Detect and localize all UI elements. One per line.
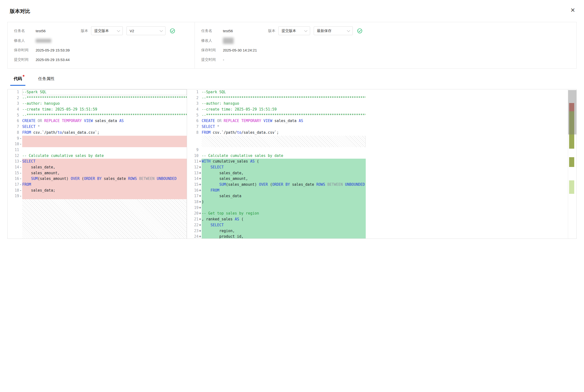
version-select[interactable]: 最新保存 xyxy=(314,26,353,35)
info-row: 提交时间 2025-05-29 15:53:44 xyxy=(14,56,188,64)
line-number: 14+ xyxy=(187,176,202,182)
code-line: 5--*************************************… xyxy=(187,112,366,118)
line-number: 18- xyxy=(8,188,22,194)
code-line: 24+ product_id, xyxy=(187,234,366,238)
version-value: 最新保存 xyxy=(317,28,332,33)
line-number: 8 xyxy=(8,130,22,136)
tab-task-properties-label: 任务属性 xyxy=(38,76,55,81)
line-number: 1 xyxy=(8,89,22,95)
line-number: 10- xyxy=(8,141,22,147)
modifier-value-redacted xyxy=(223,38,234,44)
line-number: 21+ xyxy=(187,216,202,222)
line-number: 9- xyxy=(8,136,22,142)
submit-time-label: 提交时间 xyxy=(201,57,223,62)
info-row: 提交时间 - xyxy=(201,56,570,64)
save-time-label: 保存时间 xyxy=(201,48,223,52)
diff-hatch-area xyxy=(202,136,366,147)
code-line: 8FROM csv.`/path/to/sales_data.csv`; xyxy=(8,130,187,136)
version-type-value: 提交版本 xyxy=(282,28,296,33)
close-button[interactable]: ✕ xyxy=(570,7,575,13)
line-number: 1 xyxy=(187,89,202,95)
code-line: 16- SUM(sales_amount) OVER (ORDER BY sal… xyxy=(8,176,187,182)
scrollbar-thumb[interactable] xyxy=(568,90,576,134)
task-name-label: 任务名 xyxy=(201,28,223,33)
line-number: 17+ xyxy=(187,193,202,199)
code-line: 6CREATE OR REPLACE TEMPORARY VIEW sales_… xyxy=(187,118,366,124)
info-row: 保存时间 2025-05-30 14:24:21 xyxy=(201,46,570,54)
line-number: 6 xyxy=(187,118,202,124)
save-time-value: 2025-05-30 14:24:21 xyxy=(223,48,257,52)
version-label: 版本 xyxy=(268,28,278,33)
code-line: 18+) xyxy=(187,199,366,205)
line-number: 15- xyxy=(8,170,22,176)
code-line: 11+WITH cumulative_sales AS ( xyxy=(187,159,366,164)
diff-hatch-area xyxy=(22,199,187,238)
code-line: 10- xyxy=(8,141,187,147)
code-line: 12-- Calculate cumulative sales by date xyxy=(8,153,187,159)
line-number: 24+ xyxy=(187,234,202,238)
version-type-select[interactable]: 提交版本 xyxy=(91,26,123,35)
check-circle-icon xyxy=(170,28,175,34)
code-line: 19+ xyxy=(187,205,366,211)
line-number: 9 xyxy=(187,147,202,153)
submit-time-label: 提交时间 xyxy=(14,57,36,62)
line-number: 3 xyxy=(8,101,22,107)
code-line: 14+ sales_amount, xyxy=(187,176,366,182)
save-time-value: 2025-05-29 15:53:39 xyxy=(36,48,70,52)
overview-ruler[interactable] xyxy=(568,89,576,238)
close-icon: ✕ xyxy=(570,7,575,14)
line-number: 19+ xyxy=(187,205,202,211)
code-line: 9- xyxy=(8,136,187,142)
modifier-label: 修改人 xyxy=(14,38,36,43)
info-row: 修改人 xyxy=(201,37,570,44)
line-number: 4 xyxy=(8,107,22,112)
modifier-value-redacted xyxy=(36,39,51,43)
check-circle-icon xyxy=(357,28,362,34)
code-line: 22+ SELECT xyxy=(187,222,366,228)
code-line: 13+ sales_date, xyxy=(187,170,366,176)
ruler-mark-added-light xyxy=(569,180,574,194)
line-number: 18+ xyxy=(187,199,202,205)
code-line: 4--create time: 2025-05-29 15:51:59 xyxy=(8,107,187,112)
version-type-value: 提交版本 xyxy=(94,28,109,33)
ruler-mark-added xyxy=(569,157,574,167)
line-number: 6 xyxy=(8,118,22,124)
submit-time-value: - xyxy=(223,58,224,62)
line-number: 16- xyxy=(8,176,22,182)
code-line: 4--create time: 2025-05-29 15:51:59 xyxy=(187,107,366,112)
dialog-header: 版本对比 ✕ xyxy=(0,0,584,15)
diff-pane-left[interactable]: 1--Spark SQL2--*************************… xyxy=(8,89,187,238)
code-line: 5--*************************************… xyxy=(8,112,187,118)
line-number: 5 xyxy=(187,112,202,118)
info-row: 修改人 xyxy=(14,37,188,44)
line-number: 23+ xyxy=(187,228,202,234)
version-panel-right: 任务名 test56 版本 提交版本 最新保存 修改人 保存时间 2025-05… xyxy=(194,22,576,68)
line-number: 2 xyxy=(187,95,202,101)
version-type-select[interactable]: 提交版本 xyxy=(278,26,310,35)
line-number: 14- xyxy=(8,164,22,170)
line-number: 19- xyxy=(8,193,22,199)
line-number: 16+ xyxy=(187,188,202,194)
code-line: 14- sales_date, xyxy=(8,164,187,170)
line-number: 7 xyxy=(187,124,202,130)
tab-code[interactable]: 代码 xyxy=(10,76,26,86)
line-number: 13+ xyxy=(187,170,202,176)
line-number: 11 xyxy=(8,147,22,153)
code-line: 7SELECT * xyxy=(187,124,366,130)
line-number: 2 xyxy=(8,95,22,101)
code-line: 21+, ranked_sales AS ( xyxy=(187,216,366,222)
code-line: 1--Spark SQL xyxy=(187,89,366,95)
line-number: 10 xyxy=(187,153,202,159)
diff-pane-right[interactable]: 1--Spark SQL2--*************************… xyxy=(187,89,576,238)
chevron-down-icon xyxy=(160,29,163,32)
modifier-label: 修改人 xyxy=(201,38,223,43)
line-number: 12 xyxy=(8,153,22,159)
code-line: 18- sales_data; xyxy=(8,188,187,194)
version-select[interactable]: V2 xyxy=(126,26,166,35)
submit-time-value: 2025-05-29 15:53:44 xyxy=(36,58,70,62)
tab-task-properties[interactable]: 任务属性 xyxy=(35,76,58,86)
line-number: 8 xyxy=(187,130,202,136)
line-number: 13- xyxy=(8,159,22,164)
code-line: 2--*************************************… xyxy=(8,95,187,101)
code-line: 13-SELECT xyxy=(8,159,187,164)
